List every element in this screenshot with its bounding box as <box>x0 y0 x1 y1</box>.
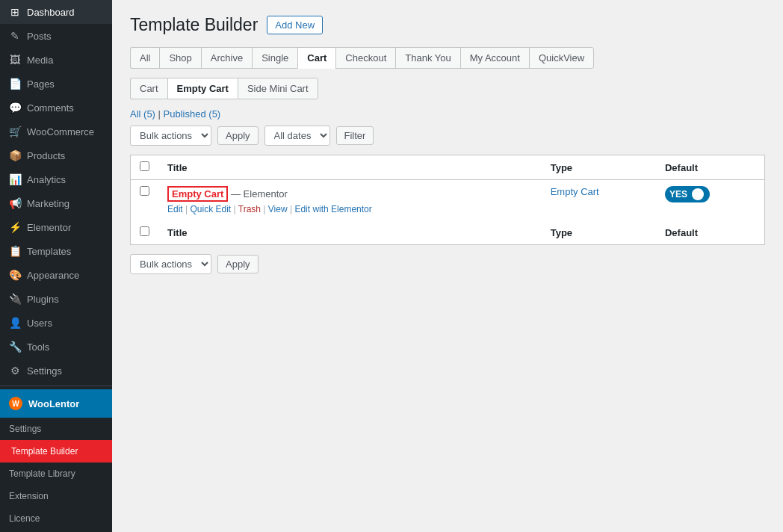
template-builder-label: — Elementor <box>231 188 288 200</box>
page-header: Template Builder Add New <box>130 15 765 35</box>
sidebar-item-appearance[interactable]: 🎨Appearance <box>0 263 112 287</box>
tab-shop[interactable]: Shop <box>159 47 200 69</box>
action-trash[interactable]: Trash <box>238 204 261 214</box>
woolentor-sub-label: Template Builder <box>11 446 78 457</box>
action-edit[interactable]: Edit <box>167 204 183 214</box>
sidebar-item-label: Marketing <box>27 198 69 209</box>
sidebar: ⊞Dashboard✎Posts🖼Media📄Pages💬Comments🛒Wo… <box>0 0 112 532</box>
template-title-link[interactable]: Empty Cart <box>167 186 228 202</box>
page-title: Template Builder <box>130 15 258 35</box>
tab-checkout[interactable]: Checkout <box>335 47 395 69</box>
col-default-top: Default <box>656 155 765 180</box>
sidebar-item-label: WooCommerce <box>27 126 94 137</box>
apply-button-bottom[interactable]: Apply <box>217 255 259 273</box>
sidebar-item-label: Posts <box>27 31 52 42</box>
products-icon: 📦 <box>9 149 21 161</box>
sidebar-item-comments[interactable]: 💬Comments <box>0 96 112 120</box>
posts-icon: ✎ <box>9 30 21 42</box>
row-actions: Edit | Quick Edit | Trash | View | Edit … <box>167 204 533 214</box>
filter-links: All (5) | Published (5) <box>130 108 765 120</box>
pages-icon: 📄 <box>9 78 21 90</box>
add-new-button[interactable]: Add New <box>267 16 323 34</box>
tab-my-account[interactable]: My Account <box>460 47 529 69</box>
woolentor-sub-item-settings[interactable]: Settings <box>0 418 112 440</box>
woolentor-logo: W <box>9 397 22 410</box>
tab-single[interactable]: Single <box>252 47 297 69</box>
woolentor-sub-item-template-library[interactable]: Template Library <box>0 463 112 485</box>
row-checkbox-cell <box>131 180 159 221</box>
tab-quickview[interactable]: QuickView <box>529 47 594 69</box>
sidebar-item-settings[interactable]: ⚙Settings <box>0 359 112 383</box>
woolentor-title: WooLentor <box>28 398 79 409</box>
filter-separator: | <box>158 108 161 120</box>
sidebar-item-label: Media <box>27 55 53 66</box>
tab-thank-you[interactable]: Thank You <box>395 47 459 69</box>
row-checkbox[interactable] <box>140 186 149 196</box>
filter-button[interactable]: Filter <box>336 126 374 145</box>
type-filter-link[interactable]: Empty Cart <box>551 186 599 197</box>
sidebar-item-label: Settings <box>27 365 62 377</box>
dashboard-icon: ⊞ <box>9 6 21 18</box>
sidebar-item-analytics[interactable]: 📊Analytics <box>0 167 112 191</box>
sidebar-item-woocommerce[interactable]: 🛒WooCommerce <box>0 120 112 143</box>
woolentor-sub-item-licence[interactable]: Licence <box>0 507 112 530</box>
row-default-cell: YES <box>656 180 765 221</box>
sidebar-item-label: Tools <box>27 341 49 353</box>
action-quick-edit[interactable]: Quick Edit <box>190 204 231 214</box>
media-icon: 🖼 <box>9 54 21 66</box>
col-default-bottom: Default <box>656 220 765 245</box>
sidebar-item-label: Analytics <box>27 174 66 185</box>
woolentor-header: W WooLentor <box>0 389 112 418</box>
sidebar-item-products[interactable]: 📦Products <box>0 143 112 167</box>
sidebar-item-label: Dashboard <box>27 7 75 18</box>
bulk-actions-select-top[interactable]: Bulk actions <box>130 126 211 146</box>
sidebar-item-label: Pages <box>27 78 55 90</box>
bulk-actions-select-bottom[interactable]: Bulk actions <box>130 254 211 274</box>
woolentor-sub-item-extension[interactable]: Extension <box>0 485 112 507</box>
default-toggle[interactable]: YES <box>665 186 710 202</box>
sidebar-item-tools[interactable]: 🔧Tools <box>0 335 112 359</box>
table-row: Empty Cart — Elementor Edit | Quick Edit… <box>131 180 765 221</box>
sub-tab-side-mini-cart[interactable]: Side Mini Cart <box>238 78 318 99</box>
select-all-checkbox-top[interactable] <box>140 161 149 171</box>
tab-cart[interactable]: Cart <box>297 47 335 69</box>
tab-archive[interactable]: Archive <box>201 47 252 69</box>
top-toolbar: Bulk actions Apply All dates Filter <box>130 126 765 146</box>
sidebar-item-users[interactable]: 👤Users <box>0 311 112 335</box>
select-all-checkbox-bottom[interactable] <box>140 226 149 236</box>
settings-icon: ⚙ <box>9 365 21 377</box>
sidebar-item-elementor[interactable]: ⚡Elementor <box>0 215 112 239</box>
sub-tab-cart[interactable]: Cart <box>130 78 167 99</box>
tools-icon: 🔧 <box>9 341 21 353</box>
woolentor-sub-item-template-builder[interactable]: Template Builder <box>0 440 112 463</box>
table-body: Empty Cart — Elementor Edit | Quick Edit… <box>131 180 765 221</box>
sidebar-item-media[interactable]: 🖼Media <box>0 48 112 72</box>
action-view[interactable]: View <box>268 204 288 214</box>
sub-tab-empty-cart[interactable]: Empty Cart <box>167 78 238 99</box>
col-type-top: Type <box>542 155 656 180</box>
sidebar-item-templates[interactable]: 📋Templates <box>0 239 112 263</box>
tab-all[interactable]: All <box>130 47 159 69</box>
date-filter-select[interactable]: All dates <box>264 126 330 146</box>
plugins-icon: 🔌 <box>9 293 21 305</box>
secondary-tabs: CartEmpty CartSide Mini Cart <box>130 78 765 99</box>
appearance-icon: 🎨 <box>9 269 21 281</box>
sidebar-item-plugins[interactable]: 🔌Plugins <box>0 287 112 311</box>
action-edit-with-elementor[interactable]: Edit with Elementor <box>294 204 371 214</box>
sidebar-item-label: Templates <box>27 246 71 257</box>
comments-icon: 💬 <box>9 102 21 114</box>
filter-published-link[interactable]: Published (5) <box>164 108 221 120</box>
filter-all-link[interactable]: All (5) <box>130 108 155 120</box>
sidebar-item-marketing[interactable]: 📢Marketing <box>0 191 112 215</box>
sidebar-item-label: Plugins <box>27 294 59 305</box>
sidebar-item-pages[interactable]: 📄Pages <box>0 72 112 96</box>
row-type-cell: Empty Cart <box>542 180 656 221</box>
analytics-icon: 📊 <box>9 173 21 185</box>
sidebar-item-dashboard[interactable]: ⊞Dashboard <box>0 0 112 24</box>
apply-button-top[interactable]: Apply <box>217 126 259 145</box>
woolentor-sub-label: Settings <box>9 424 41 434</box>
bottom-toolbar: Bulk actions Apply <box>130 254 765 274</box>
sidebar-item-posts[interactable]: ✎Posts <box>0 24 112 48</box>
woolentor-sub-label: Licence <box>9 513 40 524</box>
sidebar-item-label: Appearance <box>27 270 79 281</box>
